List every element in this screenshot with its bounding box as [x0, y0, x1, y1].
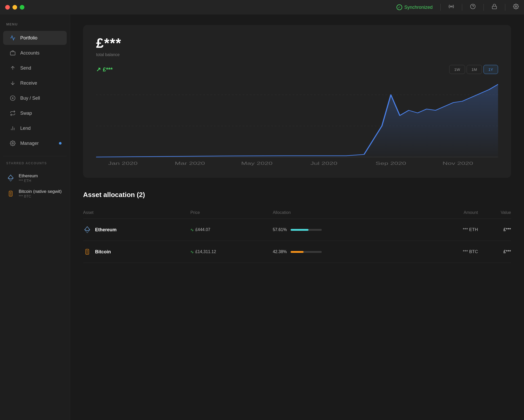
btc-icon: [6, 189, 15, 198]
eth-price-cell: ∿ £444.07: [190, 219, 273, 241]
close-button[interactable]: [5, 5, 10, 10]
sidebar-buysell-label: Buy / Sell: [20, 96, 40, 101]
period-1w-button[interactable]: 1W: [449, 65, 465, 74]
svg-text:Sep 2020: Sep 2020: [375, 161, 406, 166]
table-row-btc[interactable]: Bitcoin ∿ £14,311.12 42.38%: [83, 241, 511, 263]
col-value: Value: [478, 207, 511, 219]
sidebar-item-send[interactable]: Send: [3, 61, 67, 75]
main-content: £*** total balance ↗ £*** 1W 1M 1Y: [70, 15, 524, 420]
eth-amount-cell: *** ETH: [429, 219, 478, 241]
svg-text:Nov 2020: Nov 2020: [442, 161, 473, 166]
chart-area: Jan 2020 Mar 2020 May 2020 Jul 2020 Sep …: [96, 79, 498, 167]
eth-name: Ethereum: [95, 227, 117, 233]
separator-3: [483, 4, 484, 11]
starred-account-eth[interactable]: Ethereum *** ETH: [6, 170, 64, 186]
btc-asset-icon: [83, 248, 91, 256]
svg-point-4: [515, 6, 517, 7]
app-body: MENU Portfolio Accounts: [0, 15, 524, 420]
sidebar-item-lend[interactable]: Lend: [3, 121, 67, 135]
btc-price-cell: ∿ £14,311.12: [190, 241, 273, 263]
portfolio-chart: Jan 2020 Mar 2020 May 2020 Jul 2020 Sep …: [96, 79, 498, 167]
eth-alloc-bar-bg: [291, 229, 322, 231]
balance-amount: £***: [96, 35, 498, 51]
help-icon[interactable]: [470, 4, 476, 11]
btc-value-cell: £***: [478, 241, 511, 263]
svg-marker-31: [85, 230, 90, 233]
sidebar-item-receive[interactable]: Receive: [3, 76, 67, 90]
sidebar-swap-label: Swap: [20, 111, 32, 116]
sidebar-manager-label: Manager: [20, 141, 39, 146]
btc-alloc-bar-fill: [291, 251, 304, 253]
period-1y-button[interactable]: 1Y: [483, 65, 498, 74]
svg-rect-5: [10, 52, 15, 55]
sidebar-lend-label: Lend: [20, 126, 31, 131]
svg-point-14: [12, 143, 14, 144]
settings-icon[interactable]: [513, 4, 519, 11]
separator-4: [505, 4, 505, 11]
btc-alloc-bar-bg: [291, 251, 322, 253]
starred-btc-amount: *** BTC: [19, 194, 62, 198]
table-row-eth[interactable]: Ethereum ∿ £444.07 57.61%: [83, 219, 511, 241]
dollar-icon: [9, 95, 16, 101]
broadcast-icon[interactable]: [448, 4, 454, 11]
sidebar: MENU Portfolio Accounts: [0, 15, 70, 420]
period-1m-button[interactable]: 1M: [467, 65, 482, 74]
starred-accounts-label: STARRED ACCOUNTS: [6, 161, 64, 165]
sidebar-item-swap[interactable]: Swap: [3, 106, 67, 120]
eth-allocation-cell: 57.61%: [273, 219, 429, 241]
traffic-lights: [5, 5, 24, 10]
sidebar-item-buysell[interactable]: Buy / Sell: [3, 91, 67, 105]
table-header-row: Asset Price Allocation Amount Value: [83, 207, 511, 219]
col-price: Price: [190, 207, 273, 219]
starred-accounts-section: STARRED ACCOUNTS Ethereum *** ETH: [0, 161, 70, 201]
sync-check-icon: ✓: [397, 4, 402, 10]
svg-marker-16: [8, 178, 13, 181]
eth-sparkline-icon: ∿: [190, 227, 194, 232]
starred-account-btc[interactable]: Bitcoin (native segwit) *** BTC: [6, 186, 64, 201]
eth-price: £444.07: [195, 227, 210, 232]
svg-text:Jul 2020: Jul 2020: [310, 161, 337, 166]
btc-alloc-pct: 42.38%: [273, 249, 287, 254]
eth-alloc-bar-fill: [291, 229, 308, 231]
balance-label: total balance: [96, 52, 498, 57]
btc-price: £14,311.12: [195, 249, 216, 254]
asset-allocation-section: Asset allocation (2) Asset Price Allocat…: [83, 191, 511, 263]
sync-label: Synchronized: [404, 5, 433, 10]
sidebar-item-portfolio[interactable]: Portfolio: [3, 31, 67, 45]
lock-icon[interactable]: [492, 4, 497, 11]
btc-sparkline-icon: ∿: [190, 249, 194, 254]
manager-icon: [9, 140, 16, 146]
svg-text:May 2020: May 2020: [241, 161, 273, 166]
swap-icon: [9, 110, 16, 116]
sidebar-send-label: Send: [20, 65, 31, 71]
col-amount: Amount: [429, 207, 478, 219]
eth-asset-icon: [83, 226, 91, 234]
sidebar-accounts-label: Accounts: [20, 50, 39, 56]
svg-rect-3: [492, 6, 497, 9]
starred-eth-info: Ethereum *** ETH: [19, 173, 38, 183]
svg-text:Mar 2020: Mar 2020: [175, 161, 205, 166]
title-bar-actions: ✓ Synchronized: [397, 4, 519, 11]
maximize-button[interactable]: [20, 5, 24, 10]
starred-eth-amount: *** ETH: [19, 179, 38, 183]
eth-diamond-icon: [6, 174, 15, 182]
sidebar-receive-label: Receive: [20, 80, 37, 86]
chart-header: ↗ £*** 1W 1M 1Y: [96, 65, 498, 74]
title-bar: ✓ Synchronized: [0, 0, 524, 15]
minimize-button[interactable]: [12, 5, 17, 10]
starred-btc-name: Bitcoin (native segwit): [19, 189, 62, 194]
asset-table: Asset Price Allocation Amount Value: [83, 207, 511, 263]
period-buttons: 1W 1M 1Y: [449, 65, 498, 74]
eth-value-cell: £***: [478, 219, 511, 241]
sync-status: ✓ Synchronized: [397, 4, 433, 10]
change-indicator: ↗ £***: [96, 66, 113, 73]
manager-badge: [59, 142, 62, 145]
sidebar-item-manager[interactable]: Manager: [3, 136, 67, 150]
change-amount: £***: [103, 66, 113, 73]
sidebar-item-accounts[interactable]: Accounts: [3, 46, 67, 60]
col-asset: Asset: [83, 207, 190, 219]
asset-allocation-title: Asset allocation (2): [83, 191, 511, 199]
svg-point-0: [451, 6, 452, 7]
eth-alloc-pct: 57.61%: [273, 227, 287, 232]
chart-card: £*** total balance ↗ £*** 1W 1M 1Y: [83, 25, 511, 178]
